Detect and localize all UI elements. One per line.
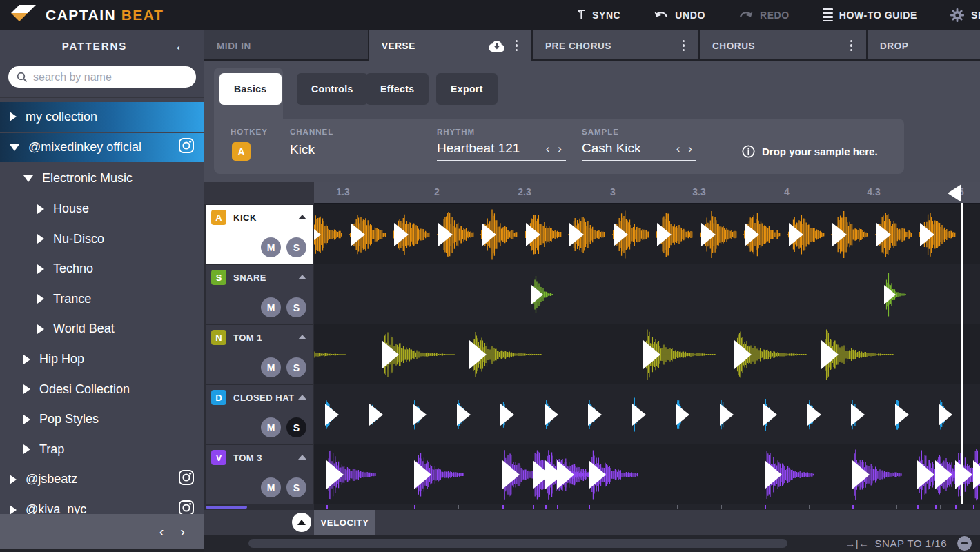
note-hit[interactable] [568,208,605,261]
sidebar-item-trap[interactable]: Trap [0,435,204,465]
note-hit[interactable] [852,393,858,436]
tab-drop[interactable]: DROP [868,30,980,61]
note-hit[interactable] [546,393,551,436]
mute-button[interactable]: M [261,357,281,377]
undo-button[interactable]: UNDO [637,0,722,30]
mute-button[interactable]: M [261,297,281,317]
redo-button[interactable]: REDO [722,0,806,30]
solo-button[interactable]: S [286,357,306,377]
sidebar-item-house[interactable]: House [0,194,204,224]
note-hit[interactable] [469,328,542,382]
sample-next-button[interactable]: › [684,143,696,155]
tab-pre-chorus[interactable]: PRE CHORUS [533,30,698,61]
tab-chorus[interactable]: CHORUS [700,30,866,61]
sidebar-item-pop-styles[interactable]: Pop Styles [0,404,204,435]
pager-prev-button[interactable]: ‹ [159,524,164,538]
note-hit[interactable] [765,446,814,504]
note-hit[interactable] [589,446,638,504]
sample-prev-button[interactable]: ‹ [672,143,685,155]
note-hit[interactable] [940,393,945,436]
settings-button[interactable]: SE [934,0,980,30]
note-hit[interactable] [414,393,420,436]
note-hit[interactable] [677,393,683,436]
note-hit[interactable] [875,208,912,261]
pager-next-button[interactable]: › [180,524,185,538]
track-header-snare[interactable]: SSNAREMS [206,265,313,324]
track-header-tom-1[interactable]: NTOM 1MS [206,325,313,384]
note-hit[interactable] [525,208,562,261]
note-hit[interactable] [700,208,737,261]
note-hit[interactable] [349,208,386,261]
note-hit[interactable] [831,208,868,261]
note-hit[interactable] [612,208,649,261]
how-to-guide-button[interactable]: HOW-TO GUIDE [806,0,934,30]
note-hit[interactable] [437,208,474,261]
horizontal-scrollbar[interactable] [248,539,787,548]
rhythm-selector[interactable]: Heartbeat 121 ‹ › [437,141,566,161]
sidebar-item-world-beat[interactable]: World Beat [0,314,204,344]
mute-button[interactable]: M [261,477,281,497]
sidebar-item-nu-disco[interactable]: Nu-Disco [0,224,204,254]
note-hit[interactable] [326,446,376,504]
note-hit[interactable] [314,208,342,261]
cloud-download-icon[interactable] [487,39,506,52]
sidebar-item--mixedinkey-official[interactable]: @mixedinkey official [0,133,204,163]
expand-velocity-button[interactable] [292,513,311,532]
note-hit[interactable] [634,393,639,436]
track-lanes[interactable] [314,204,980,504]
note-hit[interactable] [734,328,807,382]
tab-verse[interactable]: VERSE [369,30,531,61]
collapse-track-icon[interactable] [298,275,306,279]
subtab-basics[interactable]: Basics [219,73,282,105]
note-hit[interactable] [919,208,956,261]
note-hit[interactable] [589,393,595,436]
mute-button[interactable]: M [261,237,281,257]
sidebar-item-techno[interactable]: Techno [0,254,204,284]
lane-snare[interactable] [314,264,980,324]
timeline-ruler[interactable]: 1.322.333.344.35 [314,182,980,204]
note-hit[interactable] [414,446,464,504]
track-header-kick[interactable]: AKICKMS [206,205,313,264]
note-hit[interactable] [721,393,727,436]
sidebar-item-electronic-music[interactable]: Electronic Music [0,164,204,194]
tab-menu-kebab-icon[interactable] [509,37,520,55]
search-box[interactable] [8,66,196,88]
collapse-track-icon[interactable] [298,215,306,219]
note-hit[interactable] [656,208,693,261]
lane-tom-1[interactable] [314,324,980,384]
sidebar-item-hip-hop[interactable]: Hip Hop [0,344,204,375]
note-hit[interactable] [896,393,902,436]
note-hit[interactable] [743,208,781,261]
sidebar-item--jsbeatz[interactable]: @jsbeatz [0,464,204,495]
note-hit[interactable] [393,208,430,261]
track-header-tom-3[interactable]: VTOM 3MS [206,445,313,504]
collapse-sidebar-button[interactable]: ← [174,38,189,53]
note-hit[interactable] [885,266,906,323]
solo-button[interactable]: S [286,297,306,317]
sidebar-item-trance[interactable]: Trance [0,284,204,315]
solo-button[interactable]: S [286,417,306,437]
subtab-export[interactable]: Export [436,73,498,105]
note-hit[interactable] [809,393,814,436]
track-header-closed-hat[interactable]: DCLOSED HATMS [206,385,313,444]
playhead-marker[interactable] [948,184,961,202]
lane-closed-hat[interactable] [314,384,980,444]
tab-menu-kebab-icon[interactable] [843,37,854,55]
solo-button[interactable]: S [286,477,306,497]
vertical-scroll-indicator[interactable] [206,506,247,509]
note-hit[interactable] [371,393,376,436]
tab-midi-in[interactable]: MIDI IN [204,30,368,61]
note-hit[interactable] [326,393,332,436]
search-input[interactable] [33,71,188,83]
note-hit[interactable] [314,328,346,382]
lane-tom-3[interactable] [314,444,980,504]
note-hit[interactable] [852,446,902,504]
note-hit[interactable] [382,328,455,382]
note-hit[interactable] [973,446,980,504]
sidebar-item--kiva-nyc[interactable]: @kiva_nyc [0,495,204,514]
note-hit[interactable] [533,266,553,323]
note-hit[interactable] [787,208,825,261]
collapse-track-icon[interactable] [298,395,306,400]
note-hit[interactable] [480,208,518,261]
sidebar-item-my-collection[interactable]: my collection [0,102,204,132]
